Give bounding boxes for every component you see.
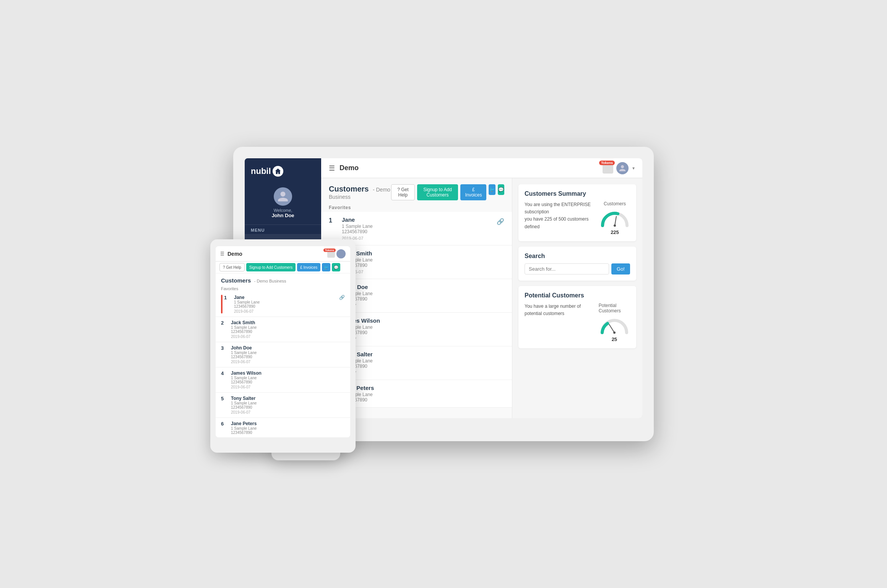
item-phone: 1234567890 — [342, 229, 491, 234]
user-avatar-topbar[interactable] — [616, 162, 629, 174]
user-name: John Doe — [271, 213, 294, 218]
invoices-button[interactable]: £ Invoices — [460, 184, 486, 200]
item-phone: 1234567890 — [342, 397, 504, 403]
search-input[interactable] — [525, 263, 609, 275]
tablet-tokens: Tokens — [327, 250, 335, 258]
tablet-favorites-label: Favorites — [216, 286, 350, 292]
tokens-wrapper: Tokens — [603, 163, 613, 174]
tablet-device: ☰ Demo Tokens ? Get Help Signup to Add C… — [210, 239, 356, 453]
item-details: Jane Peters 1 Sample Lane 1234567890 — [342, 385, 504, 403]
item-address: 1 Sample Lane — [342, 257, 504, 263]
tablet-actions: Tokens — [327, 249, 346, 258]
main-content: ☰ Demo Tokens ▾ — [321, 158, 642, 418]
list-item[interactable]: 1 Jane 1 Sample Lane 1234567890 2019-06-… — [216, 292, 350, 317]
item-name: John Doe — [342, 284, 504, 290]
tablet-twitter-button[interactable]: 🐦 — [322, 263, 330, 271]
svg-line-2 — [609, 324, 614, 333]
potential-text: You have a large number of potential cus… — [525, 303, 599, 317]
tablet-content: ? Get Help Signup to Add Customers £ Inv… — [216, 262, 350, 437]
potential-row: You have a large number of potential cus… — [525, 303, 630, 342]
item-address: 1 Sample Lane — [342, 358, 504, 364]
tablet-signup-button[interactable]: Signup to Add Customers — [246, 263, 296, 271]
tablet-chat-button[interactable]: 💬 — [332, 263, 340, 271]
item-date: 2019-06-07 — [342, 270, 504, 274]
item-details: Tony Salter 1 Sample Lane 1234567890 +-0… — [342, 351, 504, 375]
item-phone: 1234567890 — [342, 364, 504, 369]
item-phone: 1234567890 — [342, 263, 504, 268]
item-date: 2019-06-07 — [342, 236, 491, 240]
list-item[interactable]: 6 Jane Peters 1 Sample Lane 1234567890 — [216, 418, 350, 437]
search-panel: Search Go! — [518, 247, 636, 281]
svg-point-3 — [613, 331, 616, 334]
tablet-invoices-button[interactable]: £ Invoices — [297, 263, 320, 271]
chat-button[interactable]: 💬 — [498, 184, 504, 195]
svg-line-0 — [615, 216, 616, 226]
item-name: Jane Peters — [342, 385, 504, 391]
content-area: Customers - Demo Business ? Get Help Sig… — [321, 178, 642, 418]
summary-row: You are using the ENTERPRISE subscriptio… — [525, 201, 630, 235]
tablet-help-button[interactable]: ? Get Help — [219, 263, 245, 271]
link-icon: 🔗 — [497, 216, 504, 225]
item-details: James Wilson 1 Sample Lane 1234567890 +-… — [342, 317, 504, 341]
list-item[interactable]: 2 Jack Smith 1 Sample Lane 1234567890 20… — [216, 317, 350, 342]
customers-summary-panel: Customers Summary You are using the ENTE… — [518, 184, 636, 241]
tokens-badge: Tokens — [599, 161, 615, 165]
twitter-button[interactable]: 🐦 — [489, 184, 495, 195]
item-address: 1 Sample Lane — [342, 291, 504, 296]
item-name: Tony Salter — [342, 351, 504, 357]
tablet-customers-title: Customers — [221, 277, 251, 284]
tablet-customer-header: Customers - Demo Business — [216, 273, 350, 286]
avatar — [274, 187, 292, 206]
welcome-text: Welcome, — [274, 208, 292, 213]
list-item[interactable]: 3 John Doe 1 Sample Lane 1234567890 2019… — [216, 342, 350, 367]
customer-actions: ? Get Help Signup to Add Customers £ Inv… — [391, 184, 504, 200]
red-bar — [221, 295, 223, 313]
signup-button[interactable]: Signup to Add Customers — [417, 184, 458, 200]
twitter-icon: 🐦 — [489, 187, 495, 192]
list-item[interactable]: 4 James Wilson 1 Sample Lane 1234567890 … — [216, 367, 350, 393]
item-details: Jack Smith 1 Sample Lane 1234567890 2019… — [342, 250, 504, 274]
tablet-subtitle: - Demo Business — [254, 279, 286, 283]
tablet-screen: ☰ Demo Tokens ? Get Help Signup to Add C… — [216, 246, 350, 437]
tablet-menu-icon[interactable]: ☰ — [220, 251, 224, 257]
potential-gauge-label: Potential Customers — [599, 303, 630, 313]
potential-title: Potential Customers — [525, 292, 630, 299]
gauge-chart: Customers — [599, 201, 630, 235]
tablet-tokens-badge: Tokens — [323, 249, 336, 252]
item-address: 1 Sample Lane — [342, 224, 491, 229]
topbar-actions: Tokens ▾ — [603, 162, 635, 174]
tablet-action-buttons: ? Get Help Signup to Add Customers £ Inv… — [216, 262, 350, 273]
search-go-button[interactable]: Go! — [611, 263, 630, 275]
chat-icon: 💬 — [498, 187, 504, 192]
list-item[interactable]: 5 Tony Salter 1 Sample Lane 1234567890 2… — [216, 393, 350, 418]
search-title: Search — [525, 253, 630, 260]
svg-point-1 — [614, 224, 616, 227]
topbar: ☰ Demo Tokens ▾ — [321, 158, 642, 178]
gauge-label: Customers — [604, 201, 626, 206]
item-date: +-06-07 — [342, 303, 504, 308]
potential-customers-panel: Potential Customers You have a large num… — [518, 286, 636, 348]
potential-gauge-number: 25 — [612, 336, 617, 342]
chevron-down-icon: ▾ — [632, 166, 635, 171]
item-date: +-06-07 — [342, 370, 504, 375]
tablet-topbar: ☰ Demo Tokens — [216, 246, 350, 262]
potential-gauge: Potential Customers 25 — [599, 303, 630, 342]
item-date: +-06-07 — [342, 337, 504, 341]
favorites-label: Favorites — [321, 203, 512, 212]
summary-title: Customers Summary — [525, 190, 630, 197]
gauge-number: 225 — [611, 229, 619, 235]
tablet-avatar[interactable] — [336, 249, 346, 258]
item-address: 1 Sample Lane — [342, 325, 504, 330]
get-help-button[interactable]: ? Get Help — [391, 184, 414, 200]
item-details: Jane 1 Sample Lane 1234567890 2019-06-07 — [342, 216, 491, 240]
item-phone: 1234567890 — [342, 296, 504, 302]
item-address: 1 Sample Lane — [342, 392, 504, 397]
logo-house-icon — [273, 166, 283, 177]
item-name: Jack Smith — [342, 250, 504, 257]
right-panel: Customers Summary You are using the ENTE… — [512, 178, 642, 418]
customers-title-group: Customers - Demo Business — [329, 185, 391, 200]
menu-icon[interactable]: ☰ — [329, 164, 335, 172]
item-name: Jane — [342, 216, 491, 223]
item-number: 1 — [329, 216, 336, 224]
menu-label: MENU — [245, 225, 321, 234]
